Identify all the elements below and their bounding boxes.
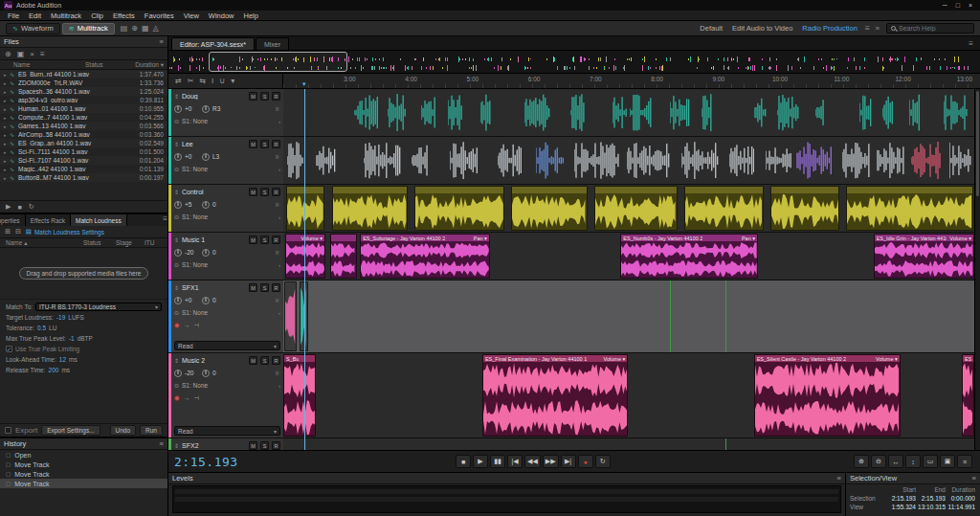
workspace-menu-icon[interactable]: ≡ (862, 24, 873, 33)
file-row[interactable]: ▸∿Sci-Fi..7107 44100 1.wav0:01.204 (0, 156, 167, 165)
loop-playback-button[interactable]: ↻ (595, 455, 611, 468)
file-row[interactable]: ▸∿Button8..M7 44100 1.wav0:00.197 (0, 173, 167, 182)
file-row[interactable]: ▸∿ZDOM000e_TrLR.WAV1:33.736 (0, 79, 167, 87)
waveform-clip[interactable] (796, 142, 833, 179)
track-solo-button[interactable]: S (260, 140, 269, 148)
automation-mode-dropdown[interactable]: Read▾ (174, 426, 280, 436)
track-drag-handle-icon[interactable]: ⇕ (174, 236, 179, 243)
waveform-clip[interactable] (287, 142, 304, 179)
marker-menu[interactable]: ▾ (231, 77, 234, 85)
track-lane-control[interactable] (283, 185, 974, 233)
audio-clip[interactable] (414, 186, 504, 231)
track-solo-button[interactable]: S (260, 283, 269, 292)
workspace-radio-production[interactable]: Radio Production (797, 24, 862, 33)
razor-tool[interactable]: ✂ (188, 77, 194, 85)
match-loudness-settings-button[interactable]: ▤Match Loudness Settings (26, 228, 104, 236)
import-icon[interactable]: ⊕ (129, 24, 140, 33)
undo-button[interactable]: Undo (110, 425, 137, 436)
input-arm-icon[interactable] (174, 395, 180, 401)
track-mute-button[interactable]: M (249, 356, 257, 365)
zoom-in-button[interactable]: ⊕ (854, 455, 869, 468)
track-solo-button[interactable]: S (260, 92, 269, 101)
monitor-input-icon[interactable]: ⊣ (194, 394, 200, 402)
pan-value[interactable]: 0 (212, 370, 227, 376)
output-routing-icon[interactable]: → (184, 394, 190, 401)
menu-multitrack[interactable]: Multitrack (46, 11, 86, 21)
waveform-clip[interactable] (815, 94, 825, 131)
track-lane-sfx2[interactable] (283, 438, 974, 450)
send-selector[interactable]: S1: None (182, 382, 208, 389)
waveform-clip[interactable] (412, 142, 429, 179)
menu-favorites[interactable]: Favorites (140, 11, 179, 21)
history-item[interactable]: ▢Move Track (0, 479, 167, 488)
volume-value[interactable]: +5 (185, 201, 199, 208)
zoom-out-button[interactable]: ⊖ (871, 455, 886, 468)
track-lane-music-1[interactable]: Volume ▾ES_Subotage - Jay Varton 44100 2… (283, 233, 974, 280)
pan-value[interactable]: 0 (212, 201, 227, 208)
waveform-clip[interactable] (354, 94, 378, 131)
tab-match-loudness[interactable]: Match Loudness (71, 214, 127, 226)
remove-files-icon[interactable]: ⊟ (15, 228, 21, 236)
panel-menu-icon[interactable]: ≡ (160, 37, 164, 46)
waveform-clip[interactable] (729, 142, 755, 179)
track-name[interactable]: SFX2 (182, 442, 199, 449)
scrollbar-thumb[interactable] (976, 91, 979, 196)
track-name[interactable]: Music 2 (182, 357, 205, 364)
menu-edit[interactable]: Edit (24, 11, 46, 21)
pan-value[interactable]: L3 (212, 153, 227, 160)
menu-help[interactable]: Help (239, 11, 263, 21)
skip-to-end-button[interactable]: ▶| (561, 455, 576, 468)
column-header-name[interactable]: Name ▴ (6, 239, 83, 247)
track-name[interactable]: Doug (182, 93, 198, 100)
volume-knob[interactable] (174, 297, 182, 304)
volume-knob[interactable] (174, 249, 182, 257)
monitor-input-icon[interactable]: ⊣ (194, 322, 200, 329)
selection-value[interactable]: 0:00.000 (946, 495, 975, 502)
panel-menu-icon[interactable]: ≡ (160, 439, 164, 448)
max-true-peak-level-value[interactable]: -1 (69, 335, 75, 342)
playhead[interactable] (304, 89, 305, 450)
scroll-options-button[interactable]: ≡ (957, 455, 972, 468)
pan-value[interactable]: 0 (212, 249, 227, 256)
volume-knob[interactable] (174, 201, 182, 209)
timeline-ruler[interactable]: 3:004:005:006:007:008:009:0010:0011:0012… (283, 74, 974, 88)
track-drag-handle-icon[interactable]: ⇕ (174, 141, 179, 147)
track-name[interactable]: SFX1 (182, 284, 199, 291)
release-time-value[interactable]: 200 (49, 367, 59, 373)
track-lane-lee[interactable] (283, 137, 974, 185)
pan-knob[interactable] (202, 153, 210, 161)
waveform-clip[interactable] (702, 94, 712, 131)
volume-knob[interactable] (174, 105, 182, 113)
metronome-icon[interactable]: ◬ (151, 24, 161, 33)
import-file-icon[interactable]: ⊕ (5, 50, 11, 58)
waveform-clip[interactable] (949, 142, 972, 179)
move-tool[interactable]: ⇄ (175, 77, 182, 85)
play-icon[interactable]: ▶ (6, 203, 11, 211)
waveform-clip[interactable] (681, 142, 720, 179)
clip-automation-tag[interactable]: Pan ▾ (742, 236, 755, 241)
track-drag-handle-icon[interactable]: ⇕ (174, 284, 179, 291)
waveform-clip[interactable] (670, 94, 691, 131)
overview-view-range[interactable] (209, 52, 346, 72)
file-row[interactable]: ▸∿Human..01 44100 1.wav0:10.955 (0, 104, 167, 113)
waveform-clip[interactable] (944, 94, 969, 131)
menu-window[interactable]: Window (204, 11, 239, 21)
playhead-marker-icon[interactable]: ▾ (302, 80, 306, 88)
audio-clip[interactable]: S_Bu (283, 354, 316, 437)
selection-value[interactable]: 2:15.193 (886, 495, 916, 502)
list-view-icon[interactable]: ≡ (40, 50, 45, 58)
audio-clip[interactable] (286, 186, 324, 231)
volume-value[interactable]: +0 (185, 105, 199, 112)
audio-clip[interactable]: ES_Idle Grin - Jay Varton 44100 2Volume … (874, 234, 974, 279)
close-button[interactable]: × (969, 2, 972, 9)
tab-effects-rack[interactable]: Effects Rack (26, 214, 71, 226)
audio-clip[interactable]: ES_Silent Castle - Jay Varton 44100 2Vol… (754, 354, 901, 437)
zoom-selection-button[interactable]: ▭ (923, 455, 938, 468)
column-header-status[interactable]: Status (83, 239, 116, 246)
track-name[interactable]: Lee (182, 141, 193, 147)
audio-clip[interactable]: ES_Subotage - Jay Varton 44100 2Pan ▾ (360, 234, 490, 279)
skip-to-start-button[interactable]: |◀ (507, 455, 523, 468)
open-file-icon[interactable]: ▤ (119, 24, 130, 33)
view-value[interactable]: 13:10.315 (916, 504, 946, 510)
track-lane-sfx1[interactable] (283, 280, 974, 353)
